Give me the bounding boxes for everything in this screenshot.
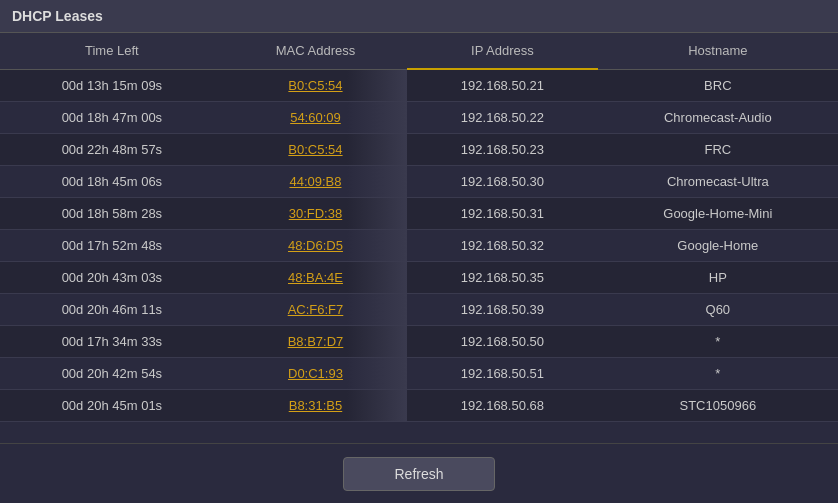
mac-gradient-overlay xyxy=(347,166,407,197)
footer: Refresh xyxy=(0,443,838,503)
table-row: 00d 20h 42m 54sD0:C1:93192.168.50.51* xyxy=(0,358,838,390)
cell-mac[interactable]: 48:BA:4E xyxy=(224,262,407,294)
cell-hostname: FRC xyxy=(598,134,838,166)
cell-ip: 192.168.50.32 xyxy=(407,230,597,262)
mac-address-link[interactable]: D0:C1:93 xyxy=(288,366,343,381)
table-header-row: Time Left MAC Address IP Address Hostnam… xyxy=(0,33,838,69)
mac-gradient-overlay xyxy=(347,326,407,357)
cell-hostname: HP xyxy=(598,262,838,294)
mac-address-link[interactable]: B0:C5:54 xyxy=(288,142,342,157)
cell-time-left: 00d 20h 46m 11s xyxy=(0,294,224,326)
mac-address-link[interactable]: B0:C5:54 xyxy=(288,78,342,93)
table-row: 00d 18h 47m 00s54:60:09192.168.50.22Chro… xyxy=(0,102,838,134)
table-row: 00d 18h 45m 06s44:09:B8192.168.50.30Chro… xyxy=(0,166,838,198)
cell-hostname: * xyxy=(598,326,838,358)
mac-address-link[interactable]: 44:09:B8 xyxy=(289,174,341,189)
mac-gradient-overlay xyxy=(347,294,407,325)
cell-mac[interactable]: 44:09:B8 xyxy=(224,166,407,198)
table-row: 00d 20h 43m 03s48:BA:4E192.168.50.35HP xyxy=(0,262,838,294)
table-row: 00d 20h 45m 01sB8:31:B5192.168.50.68STC1… xyxy=(0,390,838,422)
cell-mac[interactable]: B0:C5:54 xyxy=(224,134,407,166)
cell-time-left: 00d 13h 15m 09s xyxy=(0,69,224,102)
col-header-hostname: Hostname xyxy=(598,33,838,69)
cell-time-left: 00d 18h 45m 06s xyxy=(0,166,224,198)
cell-mac[interactable]: B0:C5:54 xyxy=(224,69,407,102)
cell-mac[interactable]: 54:60:09 xyxy=(224,102,407,134)
cell-mac[interactable]: 48:D6:D5 xyxy=(224,230,407,262)
cell-time-left: 00d 20h 42m 54s xyxy=(0,358,224,390)
mac-gradient-overlay xyxy=(347,102,407,133)
cell-time-left: 00d 17h 52m 48s xyxy=(0,230,224,262)
mac-gradient-overlay xyxy=(347,262,407,293)
cell-mac[interactable]: B8:31:B5 xyxy=(224,390,407,422)
table-row: 00d 13h 15m 09sB0:C5:54192.168.50.21BRC xyxy=(0,69,838,102)
col-header-ip: IP Address xyxy=(407,33,597,69)
cell-ip: 192.168.50.21 xyxy=(407,69,597,102)
table-row: 00d 18h 58m 28s30:FD:38192.168.50.31Goog… xyxy=(0,198,838,230)
dhcp-leases-table: Time Left MAC Address IP Address Hostnam… xyxy=(0,33,838,422)
cell-ip: 192.168.50.30 xyxy=(407,166,597,198)
cell-time-left: 00d 20h 43m 03s xyxy=(0,262,224,294)
cell-ip: 192.168.50.35 xyxy=(407,262,597,294)
mac-address-link[interactable]: 48:BA:4E xyxy=(288,270,343,285)
cell-ip: 192.168.50.22 xyxy=(407,102,597,134)
cell-time-left: 00d 18h 47m 00s xyxy=(0,102,224,134)
mac-gradient-overlay xyxy=(347,390,407,421)
mac-address-link[interactable]: 30:FD:38 xyxy=(289,206,342,221)
page-wrapper: DHCP Leases Time Left MAC Address IP Add… xyxy=(0,0,838,503)
cell-mac[interactable]: D0:C1:93 xyxy=(224,358,407,390)
cell-time-left: 00d 18h 58m 28s xyxy=(0,198,224,230)
panel-title: DHCP Leases xyxy=(0,0,838,33)
refresh-button[interactable]: Refresh xyxy=(343,457,494,491)
cell-hostname: Google-Home xyxy=(598,230,838,262)
table-row: 00d 17h 34m 33sB8:B7:D7192.168.50.50* xyxy=(0,326,838,358)
mac-address-link[interactable]: B8:31:B5 xyxy=(289,398,343,413)
cell-ip: 192.168.50.51 xyxy=(407,358,597,390)
mac-address-link[interactable]: B8:B7:D7 xyxy=(288,334,344,349)
cell-hostname: STC1050966 xyxy=(598,390,838,422)
cell-mac[interactable]: B8:B7:D7 xyxy=(224,326,407,358)
mac-gradient-overlay xyxy=(347,358,407,389)
col-header-time-left: Time Left xyxy=(0,33,224,69)
cell-hostname: BRC xyxy=(598,69,838,102)
table-row: 00d 17h 52m 48s48:D6:D5192.168.50.32Goog… xyxy=(0,230,838,262)
col-header-mac: MAC Address xyxy=(224,33,407,69)
cell-time-left: 00d 17h 34m 33s xyxy=(0,326,224,358)
cell-ip: 192.168.50.50 xyxy=(407,326,597,358)
cell-hostname: Chromecast-Ultra xyxy=(598,166,838,198)
cell-hostname: Google-Home-Mini xyxy=(598,198,838,230)
cell-ip: 192.168.50.23 xyxy=(407,134,597,166)
cell-ip: 192.168.50.39 xyxy=(407,294,597,326)
cell-time-left: 00d 20h 45m 01s xyxy=(0,390,224,422)
mac-address-link[interactable]: 54:60:09 xyxy=(290,110,341,125)
mac-gradient-overlay xyxy=(347,134,407,165)
cell-time-left: 00d 22h 48m 57s xyxy=(0,134,224,166)
cell-hostname: * xyxy=(598,358,838,390)
mac-address-link[interactable]: 48:D6:D5 xyxy=(288,238,343,253)
cell-mac[interactable]: AC:F6:F7 xyxy=(224,294,407,326)
cell-ip: 192.168.50.31 xyxy=(407,198,597,230)
mac-gradient-overlay xyxy=(347,230,407,261)
table-container: Time Left MAC Address IP Address Hostnam… xyxy=(0,33,838,443)
cell-hostname: Q60 xyxy=(598,294,838,326)
mac-address-link[interactable]: AC:F6:F7 xyxy=(288,302,344,317)
cell-ip: 192.168.50.68 xyxy=(407,390,597,422)
cell-mac[interactable]: 30:FD:38 xyxy=(224,198,407,230)
table-row: 00d 20h 46m 11sAC:F6:F7192.168.50.39Q60 xyxy=(0,294,838,326)
table-row: 00d 22h 48m 57sB0:C5:54192.168.50.23FRC xyxy=(0,134,838,166)
mac-gradient-overlay xyxy=(347,70,407,102)
mac-gradient-overlay xyxy=(347,198,407,229)
cell-hostname: Chromecast-Audio xyxy=(598,102,838,134)
